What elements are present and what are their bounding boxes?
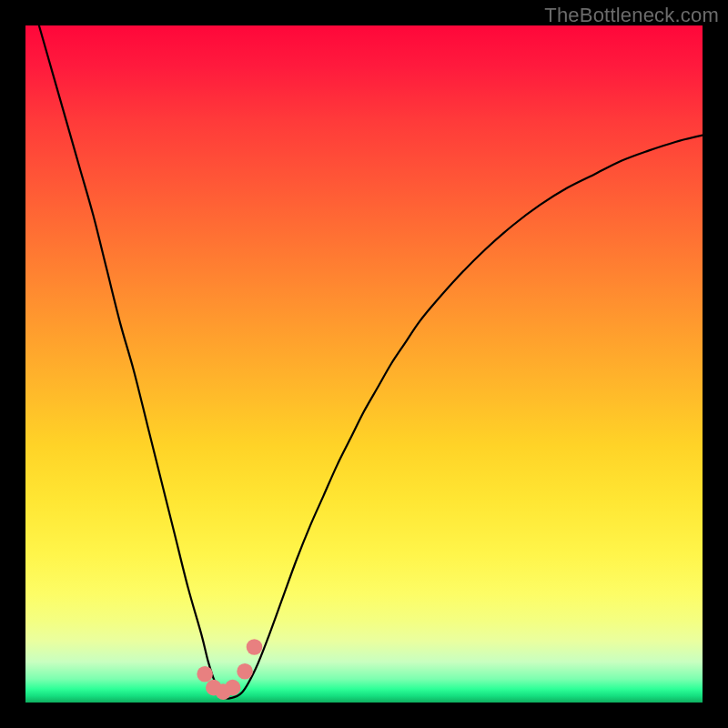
curve-marker bbox=[247, 639, 263, 655]
bottleneck-curve-path bbox=[39, 25, 703, 699]
chart-plot-area bbox=[25, 25, 703, 703]
curve-marker bbox=[237, 663, 253, 680]
chart-frame: TheBottleneck.com bbox=[0, 0, 728, 728]
watermark-text: TheBottleneck.com bbox=[544, 4, 719, 27]
bottleneck-curve-svg bbox=[25, 25, 703, 703]
curve-markers bbox=[197, 639, 262, 700]
curve-marker bbox=[225, 680, 241, 696]
curve-marker bbox=[197, 666, 213, 682]
